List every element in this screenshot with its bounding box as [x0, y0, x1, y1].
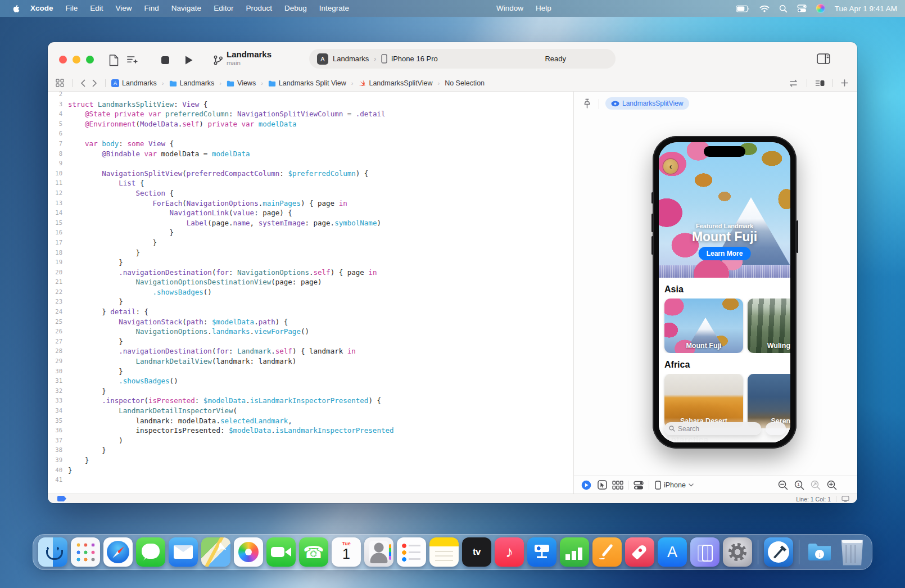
dock-games[interactable]	[624, 536, 655, 568]
search-accessory[interactable]	[766, 422, 786, 435]
preview-target-badge[interactable]: LandmarksSplitView	[605, 97, 689, 110]
crumb-landmarks[interactable]: Landmarks	[168, 79, 216, 87]
minimize-window-button[interactable]	[73, 56, 80, 64]
dock-phone[interactable]: ☎	[298, 536, 329, 568]
search-icon[interactable]	[779, 4, 788, 13]
landmark-card-fuji[interactable]: Mount Fuji	[664, 298, 743, 353]
scheme-name[interactable]: Landmarks	[333, 55, 369, 63]
zoom-window-button[interactable]	[86, 56, 94, 64]
wifi-icon[interactable]	[759, 5, 770, 12]
back-button[interactable]: ‹	[663, 159, 678, 174]
run-button[interactable]	[183, 54, 195, 66]
zoom-100-icon[interactable]: 1	[794, 480, 804, 490]
line-number: 9	[48, 159, 62, 169]
menu-debug[interactable]: Debug	[278, 0, 313, 17]
line-number: 3	[48, 99, 62, 110]
dock-facetime[interactable]	[265, 536, 297, 568]
menu-edit[interactable]: Edit	[84, 0, 109, 17]
crumb-landmarkssplitview[interactable]: LandmarksSplitView	[357, 79, 433, 87]
dock-finder[interactable]	[37, 536, 69, 568]
display-icon[interactable]	[841, 496, 849, 502]
dock-mirroring[interactable]	[689, 536, 721, 568]
selectable-mode-button[interactable]	[594, 480, 610, 490]
line-number: 27	[48, 337, 62, 347]
dock-appstore[interactable]: A	[657, 536, 688, 568]
zoom-fit-icon[interactable]	[811, 480, 821, 490]
dock-safari[interactable]	[102, 536, 134, 568]
learn-more-button[interactable]: Learn More	[699, 247, 751, 260]
dock-messages[interactable]	[135, 536, 166, 568]
crumb-views[interactable]: Views	[225, 79, 257, 87]
menu-editor[interactable]: Editor	[207, 0, 239, 17]
close-window-button[interactable]	[59, 56, 67, 64]
dock-contacts[interactable]	[363, 536, 395, 568]
pin-icon[interactable]	[583, 98, 591, 109]
siri-icon[interactable]	[816, 4, 825, 13]
code-text: }	[68, 238, 157, 248]
variants-button[interactable]	[610, 481, 626, 490]
device-icon	[381, 54, 387, 64]
menu-file[interactable]: File	[60, 0, 84, 17]
apple-menu-icon[interactable]	[11, 4, 20, 13]
dock-settings[interactable]	[722, 536, 753, 568]
zoom-out-icon[interactable]	[778, 480, 788, 490]
adjust-editor-icon[interactable]	[786, 79, 802, 87]
stop-button[interactable]	[159, 54, 171, 66]
device-settings-button[interactable]	[631, 481, 646, 490]
add-editor-icon[interactable]	[838, 79, 852, 87]
preview-device-selector[interactable]: iPhone	[655, 481, 694, 490]
related-items-icon[interactable]	[52, 79, 67, 87]
dock-downloads[interactable]: ↓	[804, 536, 835, 568]
dock-notes[interactable]	[428, 536, 460, 568]
action-button	[651, 192, 653, 203]
menu-view[interactable]: View	[110, 0, 138, 17]
crumb-landmarks-split-view[interactable]: Landmarks Split View	[267, 79, 347, 87]
project-block[interactable]: Landmarks main	[227, 49, 272, 66]
inspector-toggle-icon[interactable]	[817, 53, 830, 64]
crumb-landmarks[interactable]: ALandmarks	[110, 79, 158, 87]
dock-keynote[interactable]	[526, 536, 558, 568]
coding-assistant-icon[interactable]	[126, 54, 139, 66]
back-icon[interactable]	[77, 79, 89, 87]
dock-reminders[interactable]	[396, 536, 427, 568]
menu-product[interactable]: Product	[239, 0, 278, 17]
window-titlebar[interactable]: Landmarks main A Landmarks › iPhone 16 P…	[48, 42, 857, 75]
dock-music[interactable]: ♪	[494, 536, 525, 568]
dock-numbers[interactable]	[559, 536, 590, 568]
menu-help[interactable]: Help	[530, 0, 558, 17]
featured-kicker: Featured Landmark	[659, 223, 790, 229]
menu-bar-clock[interactable]: Tue Apr 1 9:41 AM	[835, 4, 897, 13]
crumb-no-selection[interactable]: No Selection	[444, 79, 486, 87]
dock-photos[interactable]	[233, 536, 264, 568]
dock-mail[interactable]	[168, 536, 199, 568]
dock-xcode[interactable]	[763, 536, 794, 568]
landmark-card-wulingyuan[interactable]: Wulingyuan	[748, 298, 790, 353]
iphone-preview-device[interactable]: ‹ Featured Landmark Mount Fuji Learn Mor…	[653, 136, 797, 449]
dock-launchpad[interactable]	[70, 536, 101, 568]
editor-options-icon[interactable]	[812, 79, 828, 87]
forward-icon[interactable]	[89, 79, 101, 87]
notes-icon	[429, 537, 459, 567]
breakpoints-toggle[interactable]	[57, 496, 66, 501]
swift-icon	[358, 79, 366, 87]
search-field[interactable]: Search	[664, 422, 761, 435]
menu-navigate[interactable]: Navigate	[165, 0, 207, 17]
menu-xcode[interactable]: Xcode	[24, 0, 60, 17]
menu-integrate[interactable]: Integrate	[313, 0, 355, 17]
dock-trash[interactable]	[836, 536, 868, 568]
menu-window[interactable]: Window	[490, 0, 530, 17]
battery-icon[interactable]	[736, 5, 750, 12]
control-center-icon[interactable]	[797, 4, 807, 12]
dock-pages[interactable]	[591, 536, 623, 568]
menu-find[interactable]: Find	[138, 0, 165, 17]
dock-tv[interactable]: tv	[461, 536, 492, 568]
dock-maps[interactable]	[200, 536, 232, 568]
zoom-in-icon[interactable]	[827, 480, 837, 490]
new-file-icon[interactable]	[107, 54, 120, 66]
dock-calendar[interactable]: Tue1	[331, 536, 362, 568]
run-destination[interactable]: iPhone 16 Pro	[391, 55, 437, 63]
code-text: Label(page.name, systemImage: page.symbo…	[68, 218, 381, 228]
live-preview-button[interactable]	[578, 480, 594, 490]
scheme-selector[interactable]: A Landmarks › iPhone 16 Pro Ready	[309, 49, 616, 69]
source-editor[interactable]: 23struct LandmarksSplitView: View {4@Sta…	[48, 92, 573, 494]
